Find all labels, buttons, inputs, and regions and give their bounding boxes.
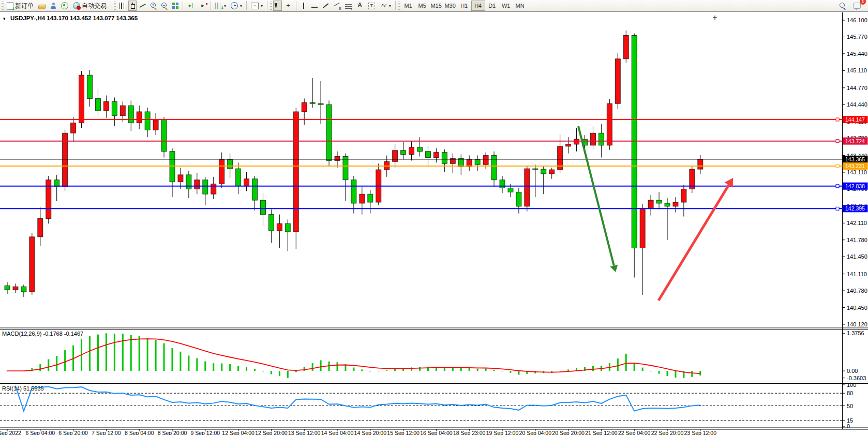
macd-histogram-bar: [667, 371, 668, 376]
svg-text:14 Sep 04:00: 14 Sep 04:00: [321, 430, 354, 435]
bar-chart-button[interactable]: [117, 1, 128, 11]
timeframe-h1[interactable]: H1: [457, 1, 471, 11]
macd-histogram-bar: [675, 371, 676, 378]
hline-143.231[interactable]: 143.231: [0, 162, 868, 170]
candle: [194, 180, 200, 189]
new-order-button[interactable]: 新订单: [5, 1, 36, 11]
hline-142.838[interactable]: 142.838: [0, 183, 868, 190]
svg-text:7 Sep 12:00: 7 Sep 12:00: [92, 430, 121, 435]
community-button[interactable]: [48, 1, 58, 11]
chat-button[interactable]: 1: [851, 1, 863, 11]
macd-histogram-bar: [386, 370, 387, 371]
candle: [648, 200, 653, 208]
text-icon: A: [356, 2, 364, 9]
search-icon: [840, 3, 846, 9]
svg-text:18 Sep 23:00: 18 Sep 23:00: [453, 430, 486, 435]
candle: [442, 153, 447, 164]
candle: [368, 194, 373, 202]
chat-icon: [853, 3, 861, 9]
vertical-line-button[interactable]: [298, 1, 309, 11]
candle: [508, 188, 513, 192]
timeframe-mn[interactable]: MN: [513, 1, 527, 11]
candle: [87, 75, 93, 98]
crosshair-icon: +: [285, 2, 292, 9]
svg-text:1.3756: 1.3756: [847, 330, 864, 336]
up-arrow-annotation[interactable]: [659, 178, 733, 301]
clock-icon: [231, 2, 238, 9]
timeframe-m15[interactable]: M15: [429, 1, 443, 11]
auto-trading-icon: [73, 2, 80, 9]
line-chart-button[interactable]: [137, 1, 148, 11]
hline-143.724[interactable]: 143.724: [0, 138, 868, 145]
macd-histogram-bar: [204, 362, 206, 371]
svg-text:12 Sep 04:00: 12 Sep 04:00: [222, 430, 255, 435]
crosshair-button[interactable]: +: [282, 1, 294, 11]
candle: [549, 170, 555, 174]
candle: [615, 59, 620, 104]
candle: [640, 208, 645, 248]
macd-histogram-bar: [64, 350, 66, 371]
indicators-icon: [215, 3, 222, 9]
timeframe-h4[interactable]: H4: [471, 1, 485, 11]
candle: [393, 151, 398, 162]
macd-histogram-bar: [97, 335, 99, 371]
macd-histogram-bar: [213, 363, 214, 371]
text-label-button[interactable]: T: [366, 1, 377, 11]
chart-canvas[interactable]: 146.100145.770145.440145.110144.770144.4…: [0, 12, 868, 435]
cursor-button[interactable]: [273, 1, 282, 11]
text-button[interactable]: A: [354, 1, 366, 11]
periods-button[interactable]: ▾: [229, 1, 244, 11]
svg-text:141.110: 141.110: [847, 271, 867, 277]
auto-trading-button[interactable]: 自动交易: [71, 1, 109, 11]
timeframe-m5[interactable]: M5: [415, 1, 429, 11]
candle: [417, 147, 423, 152]
hline-142.395[interactable]: 142.395: [0, 205, 868, 212]
chevron-down-icon: ▾: [389, 4, 391, 8]
trendline-button[interactable]: [320, 1, 331, 11]
horizontal-line-button[interactable]: [309, 1, 320, 11]
zoom-out-button[interactable]: −: [159, 1, 170, 11]
candlestick-icon: [130, 3, 134, 9]
candle: [656, 200, 662, 203]
gold-button[interactable]: [36, 1, 48, 11]
auto-scroll-button[interactable]: ▸|: [185, 1, 197, 11]
chart-title: USDJPY-,H4 143.170 143.452 143.077 143.3…: [10, 15, 138, 21]
macd-histogram-bar: [114, 334, 115, 371]
channel-icon: [334, 3, 340, 9]
toolbar-grip: [2, 2, 4, 10]
price-label: 143.231: [845, 163, 865, 169]
chart-shift-button[interactable]: ▸: [197, 1, 208, 11]
macd-histogram-bar: [122, 334, 124, 371]
signals-button[interactable]: [59, 1, 70, 11]
fibonacci-icon: [345, 3, 352, 9]
bar-chart-icon: [119, 3, 126, 9]
down-arrow-annotation[interactable]: [578, 126, 618, 272]
svg-text:21 Sep 12:00: 21 Sep 12:00: [585, 430, 618, 435]
timeframe-m30[interactable]: M30: [443, 1, 457, 11]
macd-histogram-bar: [56, 356, 57, 371]
svg-text:140.780: 140.780: [847, 288, 867, 294]
macd-histogram-bar: [229, 364, 231, 371]
candle: [673, 202, 678, 206]
templates-button[interactable]: ~▾: [249, 1, 265, 11]
timeframe-m1[interactable]: M1: [401, 1, 415, 11]
macd-histogram-bar: [106, 333, 107, 371]
indicators-button[interactable]: ▾: [213, 1, 228, 11]
search-button[interactable]: [837, 1, 848, 11]
candle: [574, 139, 579, 144]
fibonacci-button[interactable]: [343, 1, 354, 11]
candle: [186, 175, 191, 189]
candlestick-series: [5, 31, 703, 297]
timeframe-d1[interactable]: D1: [485, 1, 499, 11]
svg-text:9 Sep 12:00: 9 Sep 12:00: [190, 430, 220, 435]
zoom-in-button[interactable]: +: [148, 1, 159, 11]
svg-text:141.780: 141.780: [847, 237, 867, 243]
tile-windows-button[interactable]: [170, 1, 181, 11]
candlestick-chart-button[interactable]: [128, 1, 137, 11]
shapes-button[interactable]: ↗↙▾: [378, 1, 393, 11]
candle: [483, 156, 488, 165]
macd-histogram-bar: [139, 336, 140, 371]
channel-button[interactable]: [332, 1, 342, 11]
timeframe-w1[interactable]: W1: [499, 1, 513, 11]
macd-histogram-bar: [237, 366, 239, 371]
